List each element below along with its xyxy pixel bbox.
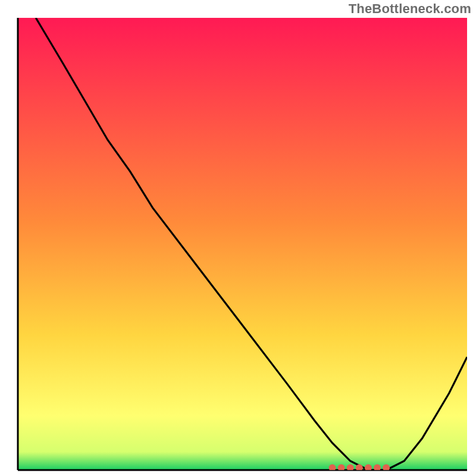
plot-background [18, 18, 467, 470]
watermark-text: TheBottleneck.com [349, 1, 471, 17]
chart-container: TheBottleneck.com [0, 0, 476, 476]
bottleneck-chart [0, 0, 476, 476]
